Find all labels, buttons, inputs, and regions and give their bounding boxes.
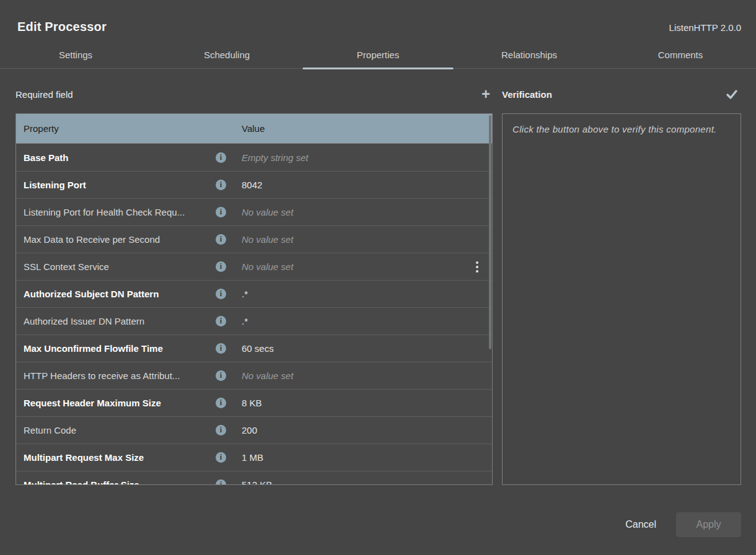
properties-panel: Required field + Property Value Base Pat…	[15, 86, 493, 494]
content-area: Required field + Property Value Base Pat…	[0, 86, 756, 494]
property-row[interactable]: Listening Port for Health Check Requ...i…	[16, 198, 492, 225]
property-value[interactable]: 8042	[232, 180, 467, 190]
property-name: Base Path	[16, 152, 213, 163]
column-header-property: Property	[16, 123, 213, 134]
table-header-row: Property Value	[16, 114, 492, 144]
info-icon[interactable]: i	[216, 207, 226, 217]
table-scrollbar[interactable]	[489, 115, 491, 349]
property-row[interactable]: Authorized Subject DN Patterni.*	[16, 280, 492, 307]
property-name: Max Unconfirmed Flowfile Time	[16, 343, 213, 354]
property-row[interactable]: SSL Context ServiceiNo value set	[16, 253, 492, 280]
property-row[interactable]: Max Unconfirmed Flowfile Timei60 secs	[16, 334, 492, 362]
dialog-header: Edit Processor ListenHTTP 2.0.0	[0, 0, 756, 34]
property-name: Return Code	[16, 425, 213, 435]
property-value[interactable]: 200	[232, 425, 467, 435]
apply-button[interactable]: Apply	[676, 512, 741, 537]
tab-properties[interactable]: Properties	[302, 44, 454, 68]
property-name: Authorized Subject DN Pattern	[16, 289, 213, 299]
property-value[interactable]: .*	[232, 316, 467, 326]
property-row[interactable]: Multipart Read Buffer Sizei512 KB	[16, 471, 492, 485]
tab-relationships[interactable]: Relationships	[454, 44, 605, 68]
processor-version: ListenHTTP 2.0.0	[669, 22, 741, 33]
info-icon[interactable]: i	[216, 425, 226, 435]
tab-settings[interactable]: Settings	[0, 44, 151, 68]
info-icon[interactable]: i	[216, 370, 226, 381]
property-value[interactable]: No value set	[232, 261, 467, 272]
cancel-button[interactable]: Cancel	[623, 514, 659, 535]
dialog-title: Edit Processor	[17, 20, 107, 34]
property-value[interactable]: .*	[232, 289, 467, 299]
property-row[interactable]: Authorized Issuer DN Patterni.*	[16, 307, 492, 334]
property-value[interactable]: Empty string set	[232, 152, 467, 163]
property-name: Request Header Maximum Size	[16, 398, 213, 408]
verification-message-box: Click the button above to verify this co…	[502, 113, 741, 485]
info-icon[interactable]: i	[216, 180, 226, 190]
verification-panel: Verification Click the button above to v…	[502, 86, 741, 494]
property-row[interactable]: Listening Porti8042	[16, 171, 492, 198]
check-icon	[725, 87, 739, 101]
verify-button[interactable]	[723, 86, 741, 102]
info-icon[interactable]: i	[216, 452, 226, 463]
table-body: Base PathiEmpty string setListening Port…	[16, 144, 492, 485]
info-icon[interactable]: i	[216, 289, 226, 299]
property-value[interactable]: 512 KB	[232, 479, 467, 485]
property-name: Max Data to Receive per Second	[16, 234, 213, 245]
info-icon[interactable]: i	[216, 398, 226, 408]
tab-comments[interactable]: Comments	[605, 44, 756, 68]
property-row[interactable]: Request Header Maximum Sizei8 KB	[16, 389, 492, 416]
property-name: Multipart Request Max Size	[16, 452, 213, 463]
edit-processor-dialog: Edit Processor ListenHTTP 2.0.0 Settings…	[0, 0, 756, 555]
property-name: SSL Context Service	[16, 261, 213, 272]
info-icon[interactable]: i	[216, 261, 226, 272]
property-name: Authorized Issuer DN Pattern	[16, 316, 213, 326]
property-row[interactable]: Return Codei200	[16, 416, 492, 444]
add-property-button[interactable]: +	[479, 86, 493, 102]
verification-section-head: Verification	[502, 86, 741, 102]
property-name: Listening Port for Health Check Requ...	[16, 207, 213, 217]
property-value[interactable]: No value set	[232, 207, 467, 217]
property-row[interactable]: Multipart Request Max Sizei1 MB	[16, 444, 492, 471]
info-icon[interactable]: i	[216, 316, 226, 326]
properties-section-head: Required field +	[15, 86, 493, 102]
property-row[interactable]: Base PathiEmpty string set	[16, 144, 492, 171]
property-row[interactable]: Max Data to Receive per SecondiNo value …	[16, 225, 492, 253]
property-name: HTTP Headers to receive as Attribut...	[16, 370, 213, 381]
info-icon[interactable]: i	[216, 152, 226, 163]
property-value[interactable]: 1 MB	[232, 452, 467, 463]
property-name: Multipart Read Buffer Size	[16, 479, 213, 485]
info-icon[interactable]: i	[216, 343, 226, 354]
property-value[interactable]: No value set	[232, 370, 467, 381]
tab-scheduling[interactable]: Scheduling	[151, 44, 302, 68]
verification-label: Verification	[502, 89, 552, 100]
info-icon[interactable]: i	[216, 479, 226, 485]
property-value[interactable]: 8 KB	[232, 398, 467, 408]
tab-bar: Settings Scheduling Properties Relations…	[0, 44, 756, 69]
plus-icon: +	[481, 87, 490, 101]
property-row[interactable]: HTTP Headers to receive as Attribut...iN…	[16, 362, 492, 389]
info-icon[interactable]: i	[216, 234, 226, 245]
property-value[interactable]: No value set	[232, 234, 467, 245]
property-value[interactable]: 60 secs	[232, 343, 467, 354]
verification-message: Click the button above to verify this co…	[512, 124, 717, 134]
properties-table: Property Value Base PathiEmpty string se…	[15, 113, 493, 485]
property-name: Listening Port	[16, 180, 213, 190]
column-header-value: Value	[232, 123, 467, 134]
row-menu-kebab-icon[interactable]	[470, 260, 485, 274]
required-field-label: Required field	[15, 89, 73, 100]
dialog-footer: Cancel Apply	[0, 494, 756, 555]
